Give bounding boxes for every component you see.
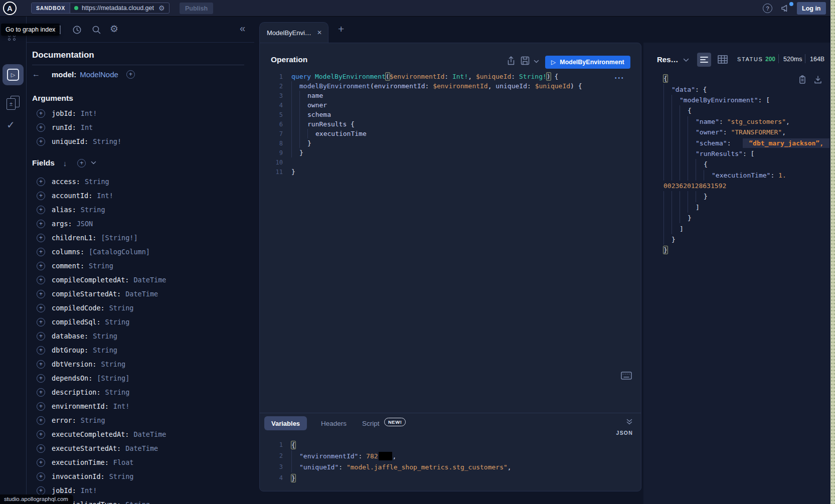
tab-variables[interactable]: Variables [264,416,307,430]
field-name[interactable]: compiledCode: [52,304,105,312]
field-type[interactable]: DateTime [133,276,166,284]
field-type[interactable]: String [93,346,117,354]
add-to-query-icon[interactable]: + [126,70,135,79]
field-name[interactable]: description: [52,388,101,396]
field-type[interactable]: String [89,262,113,270]
field-name[interactable]: executionTime: [52,458,109,466]
add-field-icon[interactable]: + [37,220,45,228]
field-name[interactable]: invocationId: [52,472,105,480]
sidebar-item-schema[interactable]: ± [7,96,21,111]
field-type[interactable]: Int! [97,192,113,200]
field-type[interactable]: String [93,332,117,340]
add-field-icon[interactable]: + [37,444,45,453]
field-type[interactable]: Int [81,123,93,131]
field-name[interactable]: dbtGroup: [52,346,88,354]
keyboard-shortcuts-icon[interactable] [621,372,632,380]
format-response-button[interactable] [697,53,711,67]
add-field-icon[interactable]: + [37,109,45,118]
field-row[interactable]: +alias:String [32,203,253,217]
field-row[interactable]: +environmentId:Int! [32,399,253,413]
save-menu-chevron-icon[interactable] [534,60,539,64]
field-type[interactable]: Int! [113,402,130,410]
operation-editor[interactable]: 1query ModelByEnvironment($environmentId… [259,72,640,177]
field-type[interactable]: String [105,388,130,396]
sort-icon[interactable]: ↓ [63,159,67,167]
add-field-icon[interactable]: + [37,332,45,341]
save-icon[interactable] [521,56,530,65]
settings-gear-icon[interactable]: ⚙ [110,23,118,35]
field-row[interactable]: +executeStartedAt:DateTime [32,441,253,455]
add-field-icon[interactable]: + [37,472,45,481]
field-row[interactable]: +access:String [32,175,253,189]
argument-row[interactable]: +jobId:Int! [32,106,248,120]
field-row[interactable]: +comment:String [32,259,253,273]
back-icon[interactable]: ← [32,70,43,79]
add-field-icon[interactable]: + [37,430,45,439]
new-tab-icon[interactable]: + [338,23,344,35]
field-type[interactable]: String [81,416,105,424]
field-type[interactable]: Int! [81,109,97,117]
field-type[interactable]: JSON [77,220,93,228]
page-edge-scrollbar[interactable] [830,0,835,504]
field-name[interactable]: executeStartedAt: [52,444,121,452]
collapse-sidebar-icon[interactable]: « [240,23,245,34]
add-field-icon[interactable]: + [37,192,45,200]
overflow-menu-icon[interactable]: ••• [615,75,625,81]
field-type[interactable]: [CatalogColumn] [89,248,150,256]
add-field-icon[interactable]: + [37,388,45,397]
field-row[interactable]: +compiledSql:String [32,315,253,329]
apollo-logo[interactable]: A [3,2,17,15]
chevron-down-icon[interactable] [91,161,96,165]
field-type[interactable]: DateTime [133,430,166,438]
field-name[interactable]: args: [52,220,72,228]
add-field-icon[interactable]: + [37,360,45,369]
collapse-panel-double-chevron-icon[interactable] [626,418,633,425]
search-icon[interactable] [92,25,101,35]
response-dropdown-chevron-icon[interactable] [683,58,689,62]
field-type[interactable]: String [81,206,105,214]
field-name[interactable]: compileStartedAt: [52,290,121,298]
field-type[interactable]: String [109,472,134,480]
field-row[interactable]: +compiledCode:String [32,301,253,315]
tab-script[interactable]: Script [362,420,380,427]
field-name[interactable]: childrenL1: [52,234,96,242]
add-field-icon[interactable]: + [37,304,45,312]
field-name[interactable]: compileCompletedAt: [52,276,129,284]
sidebar-item-explorer[interactable]: ▷ [3,64,24,85]
add-field-icon[interactable]: + [37,248,45,256]
field-name[interactable]: database: [52,332,88,340]
field-type[interactable]: String [85,178,109,186]
add-field-icon[interactable]: + [37,123,45,132]
add-field-icon[interactable]: + [37,234,45,242]
add-field-icon[interactable]: + [37,346,45,355]
add-field-icon[interactable]: + [37,318,45,326]
field-name[interactable]: jobId: [52,109,76,117]
publish-button[interactable]: Publish [180,3,213,14]
field-type[interactable]: String [109,304,134,312]
field-name[interactable]: dependsOn: [52,374,92,382]
add-field-icon[interactable]: + [37,178,45,186]
field-row[interactable]: +compileStartedAt:DateTime [32,287,253,301]
field-type[interactable]: String [125,500,150,504]
field-type[interactable]: String! [93,137,121,145]
share-icon[interactable] [507,56,516,66]
field-name[interactable]: dbtVersion: [52,360,96,368]
add-field-icon[interactable]: + [37,416,45,425]
field-row[interactable]: +error:String [32,413,253,427]
field-type[interactable]: String [105,318,130,326]
add-field-icon[interactable]: + [37,276,45,284]
tab-headers[interactable]: Headers [321,420,347,427]
field-row[interactable]: +executeCompletedAt:DateTime [32,427,253,441]
graph-url-control[interactable]: SANDBOX https://metadata.cloud.get ⚙ [31,3,170,14]
add-field-icon[interactable]: + [37,402,45,411]
add-field-icon[interactable]: + [37,137,45,146]
field-row[interactable]: +compileCompletedAt:DateTime [32,273,253,287]
field-row[interactable]: +database:String [32,329,253,343]
variables-editor[interactable]: 1{2"environmentId": 782,3"uniqueId": "mo… [259,439,640,483]
field-name[interactable]: error: [52,416,76,424]
endpoint-url[interactable]: https://metadata.cloud.get [82,5,154,12]
field-type[interactable]: String [101,360,125,368]
history-icon[interactable] [72,25,82,35]
help-icon[interactable]: ? [763,4,772,13]
field-name[interactable]: executeCompletedAt: [52,430,129,438]
